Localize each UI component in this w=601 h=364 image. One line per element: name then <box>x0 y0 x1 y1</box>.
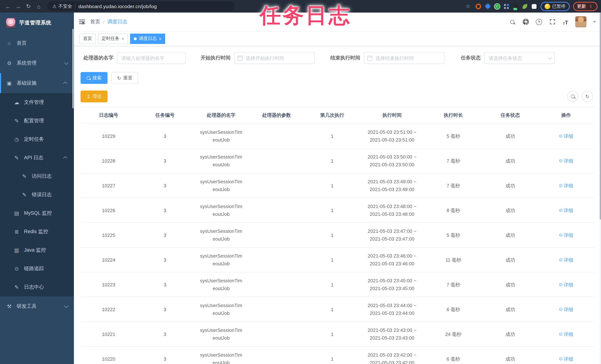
avatar[interactable] <box>575 16 586 27</box>
collapse-sidebar-icon[interactable] <box>79 20 85 24</box>
fullscreen-icon[interactable] <box>549 18 556 26</box>
help-icon[interactable]: ? <box>535 18 543 26</box>
app-logo <box>6 18 16 28</box>
cell-duration: 7 毫秒 <box>424 148 483 173</box>
extension-icon-blue-gem[interactable] <box>485 3 491 9</box>
detail-link[interactable]: ⊙ 详细 <box>559 256 573 264</box>
sidebar-item-access-logs[interactable]: ✎ 访问日志 <box>0 167 74 185</box>
table-row: 10229 3 sysUserSessionTim eoutJob 1 2021… <box>80 124 594 148</box>
sidebar-scrollbar[interactable] <box>72 29 73 108</box>
eye-icon: ⊙ <box>559 256 562 264</box>
profile-emoji-avatar <box>544 3 550 9</box>
breadcrumb-home[interactable]: 首页 <box>90 19 100 25</box>
detail-link[interactable]: ⊙ 详细 <box>559 182 573 190</box>
sidebar-item-api-logs[interactable]: ✎ API 日志 <box>0 149 74 167</box>
app-logo-row[interactable]: 芋道管理系统 <box>0 13 74 33</box>
handler-name-label: 处理器的名字 <box>83 55 113 61</box>
cell-execute-index: 1 <box>304 297 360 322</box>
sidebar-item-file-mgmt[interactable]: ☁ 文件管理 <box>0 93 74 111</box>
sidebar-item-infrastructure[interactable]: ▣ 基础设施 <box>0 73 74 93</box>
security-warning[interactable]: ⚠不安全 <box>52 3 72 10</box>
sidebar-item-redis-monitor[interactable]: ≣ Redis 监控 <box>0 222 74 241</box>
tab-home[interactable]: 首页 <box>80 33 96 44</box>
extension-icon-puzzle[interactable] <box>531 3 537 9</box>
sidebar-item-system-mgmt[interactable]: ⚙ 系统管理 <box>0 53 74 73</box>
end-time-input[interactable] <box>364 52 444 64</box>
tab-scheduled-jobs[interactable]: 定时任务 × <box>98 33 128 44</box>
browser-menu-icon[interactable]: ⋮ <box>589 4 593 9</box>
edit-icon: ✎ <box>21 192 27 198</box>
browser-back-icon[interactable]: ← <box>4 2 12 10</box>
cell-status: 成功 <box>483 148 538 173</box>
sidebar-item-config-mgmt[interactable]: ✎ 配置管理 <box>0 111 74 130</box>
toggle-search-button[interactable] <box>567 91 578 102</box>
monitor-icon: ▣ <box>6 80 12 86</box>
cell-handler-param <box>249 223 304 247</box>
page-scrollbar[interactable] <box>600 13 601 364</box>
extension-icon-leaf[interactable] <box>522 3 528 9</box>
detail-link[interactable]: ⊙ 详细 <box>559 132 573 140</box>
detail-link[interactable]: ⊙ 详细 <box>559 207 573 214</box>
tab-schedule-log[interactable]: 调度日志 × <box>130 33 165 44</box>
browser-update-button[interactable]: 更新 ⋮ <box>573 2 597 11</box>
close-icon[interactable]: × <box>121 36 124 41</box>
sidebar-item-java-monitor[interactable]: ▥ Java 监控 <box>0 241 74 259</box>
avatar-caret-icon[interactable] <box>593 21 596 23</box>
cell-duration: 8 毫秒 <box>424 198 483 223</box>
refresh-table-button[interactable]: ↻ <box>582 91 593 102</box>
detail-link[interactable]: ⊙ 详细 <box>559 281 573 289</box>
detail-link[interactable]: ⊙ 详细 <box>559 330 573 338</box>
sidebar-item-dev-tools[interactable]: ⚒ 研发工具 <box>0 296 74 316</box>
github-icon[interactable] <box>522 18 529 26</box>
sidebar-item-error-logs[interactable]: ✎ 错误日志 <box>0 185 74 204</box>
close-icon[interactable]: × <box>159 36 161 41</box>
extension-icon-on-switch[interactable] <box>513 3 519 9</box>
handler-name-input[interactable] <box>117 52 186 64</box>
table-row: 10228 3 sysUserSessionTim eoutJob 1 2021… <box>80 148 594 173</box>
bookmark-star-icon[interactable]: ☆ <box>464 2 472 10</box>
cell-duration: 6 毫秒 <box>424 297 483 322</box>
cell-actions: ⊙ 详细 <box>538 247 594 272</box>
sidebar-item-log-center[interactable]: ✎ 日志中心 <box>0 278 74 296</box>
export-button[interactable]: ↧ 导出 <box>80 91 108 102</box>
browser-extensions-area: ☆ ✓ 已暂停 更新 ⋮ <box>464 2 597 11</box>
cell-handler-param <box>249 272 304 297</box>
extension-icon-green-check[interactable]: ✓ <box>494 3 500 10</box>
detail-link[interactable]: ⊙ 详细 <box>559 306 573 313</box>
eye-icon: ⊙ <box>559 182 562 190</box>
reset-button[interactable]: ↻ 重置 <box>111 72 138 84</box>
sidebar-item-mysql-monitor[interactable]: ▤ MySQL 监控 <box>0 204 74 222</box>
browser-forward-icon[interactable]: → <box>14 2 22 10</box>
cell-log-id: 10225 <box>80 223 137 247</box>
job-status-select[interactable] <box>484 52 555 64</box>
search-button[interactable]: 搜索 <box>80 72 108 84</box>
cell-handler-param <box>249 346 304 364</box>
extension-icon-orange[interactable] <box>475 3 481 9</box>
start-time-input[interactable] <box>234 52 315 64</box>
address-bar[interactable]: ⚠不安全 dashboard.yudao.iocoder.cn/job/log <box>47 1 235 11</box>
col-execute-index: 第几次执行 <box>304 107 360 124</box>
browser-reload-icon[interactable]: ↻ <box>24 2 32 10</box>
cell-execute-index: 1 <box>304 124 360 148</box>
font-size-icon[interactable] <box>562 18 569 26</box>
sidebar-item-home[interactable]: ⌂ 首页 <box>0 33 74 53</box>
cell-execute-index: 1 <box>304 223 360 247</box>
cell-task-id: 3 <box>137 247 193 272</box>
detail-link[interactable]: ⊙ 详细 <box>559 231 573 239</box>
url-text[interactable]: dashboard.yudao.iocoder.cn/job/log <box>79 3 157 9</box>
profile-paused-badge[interactable]: 已暂停 <box>541 2 570 11</box>
extension-icon-grid[interactable] <box>503 3 509 9</box>
detail-link[interactable]: ⊙ 详细 <box>559 355 573 363</box>
browser-home-icon[interactable]: ⌂ <box>35 2 43 10</box>
cell-status: 成功 <box>483 198 538 223</box>
search-icon[interactable] <box>509 18 516 26</box>
edit-icon: ✎ <box>14 284 20 290</box>
sidebar-item-trace[interactable]: ⊙ 链路追踪 <box>0 259 74 278</box>
cell-task-id: 3 <box>137 346 193 364</box>
breadcrumb-current[interactable]: 调度日志 <box>108 19 128 25</box>
screen: 任务日志 ← → ↻ ⌂ ⚠不安全 dashboard.yudao.iocode… <box>0 0 601 364</box>
sidebar-item-scheduled-jobs[interactable]: ◷ 定时任务 <box>0 130 74 149</box>
detail-link[interactable]: ⊙ 详细 <box>559 157 573 165</box>
table-row: 10226 3 sysUserSessionTim eoutJob 1 2021… <box>80 198 594 223</box>
filter-form: 处理器的名字 开始执行时间 结束执行时间 任务状态 <box>80 52 594 64</box>
